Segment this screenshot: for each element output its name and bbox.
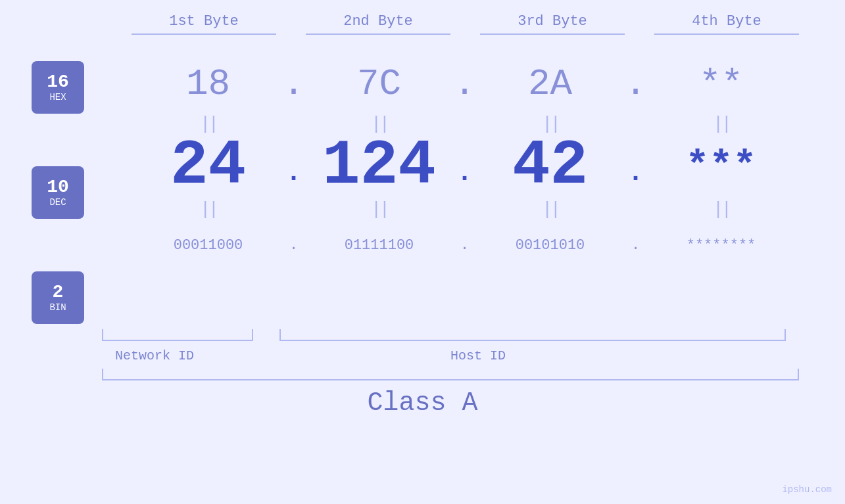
equals-row-2: || || || || [97,199,832,219]
network-id-label: Network ID [115,348,194,363]
bin-byte-3: 00101010 [478,237,623,254]
byte-header-1: 1st Byte [132,13,276,35]
hex-byte-2: 7C [307,63,452,105]
network-bracket [102,329,253,341]
class-label-row: Class A [0,388,845,418]
equals-2-b4: || [649,199,794,219]
hex-badge-num: 16 [47,72,69,93]
dec-byte-4: *** [649,147,794,186]
equals-1-b4: || [649,114,794,134]
bin-badge-label: BIN [49,302,66,313]
watermark: ipshu.com [782,484,832,495]
bin-dot-3: . [623,237,649,254]
dec-values-row: 24 . 124 . 42 . *** [97,133,832,199]
bin-dot-2: . [452,237,478,254]
hex-byte-3: 2A [478,63,623,105]
bin-byte-2: 01111100 [307,237,452,254]
hex-badge: 16 HEX [32,61,84,114]
byte-header-4: 4th Byte [654,13,799,35]
hex-values-row: 18 . 7C . 2A . ** [97,55,832,114]
host-bracket [279,329,786,341]
host-id-label: Host ID [450,348,506,363]
byte-header-3: 3rd Byte [480,13,625,35]
dec-byte-1: 24 [136,135,281,198]
hex-dot-3: . [623,63,649,105]
dec-dot-1: . [281,145,307,188]
class-a-label: Class A [367,388,477,418]
hex-byte-4: ** [649,63,794,105]
equals-2-b3: || [478,199,623,219]
dec-byte-2: 124 [307,135,452,198]
equals-2-b1: || [136,199,281,219]
bin-byte-1: 00011000 [136,237,281,254]
bin-badge-num: 2 [53,283,64,303]
hex-dot-1: . [281,63,307,105]
badges-column: 16 HEX 10 DEC 2 BIN [0,41,84,324]
hex-dot-2: . [452,63,478,105]
bin-values-row: 00011000 . 01111100 . 00101010 . [97,219,832,271]
outer-bracket-row [102,369,819,382]
dec-dot-2: . [452,145,478,188]
bottom-section: Network ID Host ID Class A [0,329,845,418]
byte-headers-row: 1st Byte 2nd Byte 3rd Byte 4th Byte [117,13,814,35]
dec-badge: 10 DEC [32,166,84,219]
dec-badge-label: DEC [49,197,66,208]
hex-badge-label: HEX [49,92,66,103]
equals-2-b2: || [307,199,452,219]
byte-header-2: 2nd Byte [306,13,450,35]
main-content-area: 16 HEX 10 DEC 2 BIN 18 . [0,41,845,324]
values-grid: 18 . 7C . 2A . ** [97,41,832,324]
inner-brackets-row [102,329,819,342]
bin-dot-1: . [281,237,307,254]
dec-byte-3: 42 [478,135,623,198]
dec-dot-3: . [623,145,649,188]
bin-badge: 2 BIN [32,271,84,324]
id-labels-row: Network ID Host ID [102,342,819,369]
dec-badge-num: 10 [47,177,69,198]
hex-byte-1: 18 [136,63,281,105]
outer-bracket [102,369,799,380]
bin-byte-4: ******** [649,237,794,254]
main-container: 1st Byte 2nd Byte 3rd Byte 4th Byte 16 H… [0,0,845,504]
